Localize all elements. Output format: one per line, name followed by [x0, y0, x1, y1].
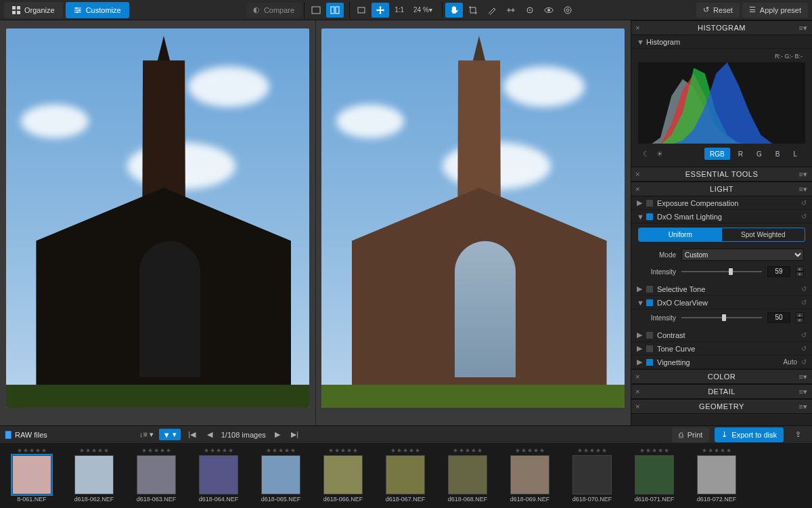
filmstrip[interactable]: ★★★★★8-061.NEF★★★★★d618-062.NEF★★★★★d618…	[0, 443, 812, 508]
channel-rgb[interactable]: RGB	[704, 148, 730, 160]
color-header[interactable]: ×COLOR≡▾	[631, 369, 812, 384]
repair-tool-button[interactable]	[521, 3, 539, 18]
histogram-header[interactable]: × HISTOGRAM ≡▾	[631, 20, 812, 35]
rating-stars[interactable]: ★★★★★	[141, 447, 172, 454]
thumbnail[interactable]: ★★★★★d618-071.NEF	[625, 447, 683, 503]
thumbnail[interactable]: ★★★★★d618-072.NEF	[687, 447, 746, 503]
geometry-header[interactable]: ×GEOMETRY≡▾	[631, 399, 812, 414]
toggle[interactable]	[646, 299, 653, 306]
thumbnail-image[interactable]	[697, 455, 736, 494]
thumbnail[interactable]: ★★★★★d618-067.NEF	[376, 447, 434, 503]
toggle[interactable]	[646, 332, 653, 339]
smart-intensity-slider[interactable]	[681, 267, 762, 276]
pan-button[interactable]	[371, 3, 389, 18]
thumbnail[interactable]: ★★★★★d618-068.NEF	[438, 447, 497, 503]
thumbnail-image[interactable]	[199, 455, 238, 494]
clearview-intensity-value[interactable]: 50	[767, 312, 790, 323]
thumbnail-image[interactable]	[448, 455, 487, 494]
zoom-readout[interactable]: 24 % ▾	[409, 3, 436, 18]
thumbnail[interactable]: ★★★★★d618-065.NEF	[252, 447, 310, 503]
rating-stars[interactable]: ★★★★★	[17, 447, 47, 454]
export-button[interactable]: ⤓Export to disk	[715, 427, 784, 442]
rating-stars[interactable]: ★★★★★	[515, 447, 545, 454]
toggle[interactable]	[646, 345, 653, 352]
thumbnail[interactable]: ★★★★★d618-070.NEF	[563, 447, 621, 503]
section-menu-icon[interactable]: ≡▾	[799, 24, 808, 33]
crop-tool-button[interactable]	[464, 3, 482, 18]
rating-stars[interactable]: ★★★★★	[390, 447, 421, 454]
compare-button[interactable]: ◐ Compare	[246, 3, 301, 18]
close-icon[interactable]: ×	[635, 24, 640, 32]
clearview-intensity-slider[interactable]	[681, 313, 762, 322]
thumbnail-image[interactable]	[323, 455, 363, 494]
highlight-clip-icon[interactable]: ☀	[654, 150, 665, 158]
local-adjustments-button[interactable]	[559, 3, 577, 18]
reset-button[interactable]: ↺ Reset	[696, 3, 740, 18]
close-icon[interactable]: ×	[635, 185, 640, 193]
chevron-down-icon[interactable]: ▼	[637, 38, 642, 46]
section-menu-icon[interactable]: ≡▾	[799, 185, 808, 194]
step-down[interactable]: ▾	[796, 318, 804, 323]
rating-stars[interactable]: ★★★★★	[79, 447, 110, 454]
channel-l[interactable]: L	[788, 148, 803, 160]
thumbnail-image[interactable]	[386, 455, 425, 494]
uniform-tab[interactable]: Uniform	[639, 228, 722, 241]
thumbnail[interactable]: ★★★★★8-061.NEF	[3, 447, 61, 503]
step-down[interactable]: ▾	[796, 272, 804, 277]
rating-stars[interactable]: ★★★★★	[204, 447, 234, 454]
reset-icon[interactable]: ↺	[801, 199, 807, 207]
reset-icon[interactable]: ↺	[801, 213, 807, 220]
smart-lighting-row[interactable]: ▼DxO Smart Lighting↺	[631, 210, 812, 224]
step-up[interactable]: ▴	[796, 266, 804, 272]
folder-chip[interactable]: ▇ RAW files	[5, 430, 47, 439]
rating-stars[interactable]: ★★★★★	[266, 447, 296, 454]
image-viewer[interactable]: As shot (with crop) Correction Preview	[0, 20, 631, 425]
essential-header[interactable]: ×ESSENTIAL TOOLS≡▾	[631, 167, 812, 182]
thumbnail[interactable]: ★★★★★d618-064.NEF	[189, 447, 248, 503]
thumbnail-image[interactable]	[137, 455, 176, 494]
organize-tab[interactable]: Organize	[4, 2, 63, 18]
clearview-row[interactable]: ▼DxO ClearView↺	[631, 296, 812, 310]
toggle[interactable]	[646, 359, 653, 366]
exposure-comp-row[interactable]: ▶Exposure Compensation↺	[631, 196, 812, 210]
thumbnail[interactable]: ★★★★★d618-066.NEF	[314, 447, 372, 503]
thumbnail-image[interactable]	[572, 455, 612, 494]
share-button[interactable]: ⇪	[789, 427, 807, 442]
toggle[interactable]	[646, 200, 653, 207]
smart-intensity-value[interactable]: 59	[767, 266, 790, 277]
step-up[interactable]: ▴	[796, 312, 804, 318]
rating-stars[interactable]: ★★★★★	[453, 447, 483, 454]
thumbnail-image[interactable]	[510, 455, 549, 494]
rating-stars[interactable]: ★★★★★	[577, 447, 608, 454]
nav-prev-button[interactable]: ◀	[204, 430, 216, 439]
channel-r[interactable]: R	[733, 148, 748, 160]
rating-stars[interactable]: ★★★★★	[328, 447, 359, 454]
shadow-clip-icon[interactable]: ☾	[641, 150, 652, 158]
thumbnail-image[interactable]	[635, 455, 674, 494]
single-view-button[interactable]	[307, 3, 325, 18]
print-button[interactable]: ⎙Print	[672, 427, 710, 442]
thumbnail-image[interactable]	[74, 455, 114, 494]
rating-stars[interactable]: ★★★★★	[639, 447, 670, 454]
detail-header[interactable]: ×DETAIL≡▾	[631, 384, 812, 399]
light-header[interactable]: ×LIGHT≡▾	[631, 182, 812, 196]
spot-weighted-tab[interactable]: Spot Weighted	[722, 228, 805, 241]
mode-select[interactable]: Custom	[681, 249, 804, 261]
histogram-sub[interactable]: ▼ Histogram	[631, 35, 812, 49]
toggle[interactable]	[646, 213, 653, 220]
red-eye-tool-button[interactable]	[540, 3, 558, 18]
vignetting-row[interactable]: ▶VignettingAuto↺	[631, 356, 812, 369]
right-pane[interactable]: Correction Preview	[315, 20, 631, 425]
hand-tool-button[interactable]	[445, 3, 463, 18]
section-menu-icon[interactable]: ≡▾	[799, 170, 808, 179]
rating-stars[interactable]: ★★★★★	[702, 447, 732, 454]
left-pane[interactable]: As shot (with crop)	[0, 20, 315, 425]
apply-preset-button[interactable]: ☰ Apply preset	[742, 3, 808, 18]
nav-first-button[interactable]: |◀	[186, 430, 198, 439]
contrast-row[interactable]: ▶Contrast↺	[631, 329, 812, 342]
split-view-button[interactable]	[326, 3, 344, 18]
thumbnail[interactable]: ★★★★★d618-063.NEF	[127, 447, 185, 503]
selective-tone-row[interactable]: ▶Selective Tone↺	[631, 282, 812, 296]
close-icon[interactable]: ×	[635, 170, 640, 178]
thumbnail-image[interactable]	[12, 455, 51, 494]
